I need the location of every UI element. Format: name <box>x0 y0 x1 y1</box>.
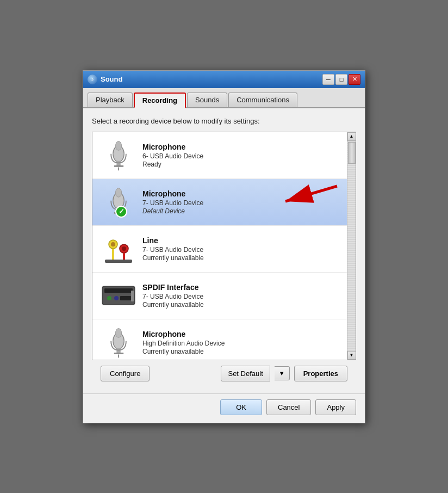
tab-playback[interactable]: Playback <box>88 93 133 107</box>
content-area: Select a recording device below to modif… <box>83 108 365 393</box>
svg-point-21 <box>107 296 111 300</box>
dialog-footer: OK Cancel Apply <box>83 393 365 423</box>
device-icon-mic1 <box>99 138 138 173</box>
device-item-spdif1[interactable]: SPDIF Interface 7- USB Audio Device Curr… <box>92 273 347 319</box>
set-default-dropdown-button[interactable]: ▼ <box>275 366 290 380</box>
dialog-body: Playback Recording Sounds Communications… <box>83 88 365 423</box>
title-bar: ♪ Sound ─ □ ✕ <box>83 71 365 88</box>
bottom-buttons: Configure Set Default ▼ Properties <box>92 360 356 387</box>
svg-point-29 <box>115 329 121 338</box>
title-buttons: ─ □ ✕ <box>322 74 360 85</box>
svg-rect-3 <box>116 161 120 166</box>
close-button[interactable]: ✕ <box>349 74 360 85</box>
device-item-mic3[interactable]: Microphone High Definition Audio Device … <box>92 319 347 360</box>
svg-point-6 <box>115 141 121 151</box>
scroll-up-button[interactable]: ▲ <box>347 132 356 141</box>
svg-point-11 <box>115 188 121 198</box>
device-list: Microphone 6- USB Audio Device Ready <box>92 132 347 360</box>
device-info-spdif1: SPDIF Interface 7- USB Audio Device Curr… <box>138 283 340 309</box>
device-icon-mic3 <box>99 325 138 360</box>
svg-point-22 <box>114 296 119 300</box>
device-info-mic2: Microphone 7- USB Audio Device Default D… <box>138 189 340 215</box>
device-info-mic1: Microphone 6- USB Audio Device Ready <box>138 143 340 168</box>
scroll-thumb[interactable] <box>348 142 356 164</box>
scroll-track[interactable] <box>347 141 356 351</box>
scroll-down-button[interactable]: ▼ <box>347 351 356 360</box>
title-bar-left: ♪ Sound <box>88 75 122 84</box>
tab-communications[interactable]: Communications <box>228 93 297 107</box>
window-title: Sound <box>101 75 122 83</box>
svg-rect-18 <box>105 260 132 263</box>
device-info-line1: Line 7- USB Audio Device Currently unava… <box>138 236 340 262</box>
properties-button[interactable]: Properties <box>294 366 347 381</box>
ok-button[interactable]: OK <box>220 399 262 415</box>
svg-rect-24 <box>131 291 134 301</box>
device-item-line1[interactable]: Line 7- USB Audio Device Currently unava… <box>92 226 347 273</box>
device-list-container: Microphone 6- USB Audio Device Ready <box>92 132 356 360</box>
minimize-button[interactable]: ─ <box>322 74 334 85</box>
scrollbar[interactable]: ▲ ▼ <box>347 132 356 360</box>
device-icon-mic2: ✓ <box>99 184 138 220</box>
apply-button[interactable]: Apply <box>315 399 356 415</box>
svg-point-16 <box>122 246 126 251</box>
instruction-text: Select a recording device below to modif… <box>92 117 356 125</box>
maximize-button[interactable]: □ <box>335 74 347 85</box>
device-icon-line1 <box>99 231 138 267</box>
configure-button[interactable]: Configure <box>101 366 150 381</box>
cancel-button[interactable]: Cancel <box>266 399 311 415</box>
device-item-mic2[interactable]: ✓ Microphone 7- USB Audio Device Default… <box>92 179 347 226</box>
device-info-mic3: Microphone High Definition Audio Device … <box>138 330 340 355</box>
device-list-wrapper: Microphone 6- USB Audio Device Ready <box>92 132 356 360</box>
svg-rect-27 <box>114 353 123 354</box>
tab-recording[interactable]: Recording <box>134 93 186 108</box>
tab-sounds[interactable]: Sounds <box>187 93 227 107</box>
device-item-mic1[interactable]: Microphone 6- USB Audio Device Ready <box>92 132 347 179</box>
svg-rect-20 <box>104 288 133 293</box>
tab-bar: Playback Recording Sounds Communications <box>83 88 365 108</box>
default-check-icon: ✓ <box>115 206 127 218</box>
svg-rect-23 <box>120 296 131 300</box>
device-icon-spdif1 <box>99 278 138 313</box>
svg-rect-4 <box>114 165 123 167</box>
svg-point-13 <box>111 242 115 246</box>
set-default-button[interactable]: Set Default <box>221 366 270 381</box>
sound-dialog: ♪ Sound ─ □ ✕ Playback Recording Sounds … <box>83 70 365 423</box>
sound-icon: ♪ <box>88 75 97 84</box>
